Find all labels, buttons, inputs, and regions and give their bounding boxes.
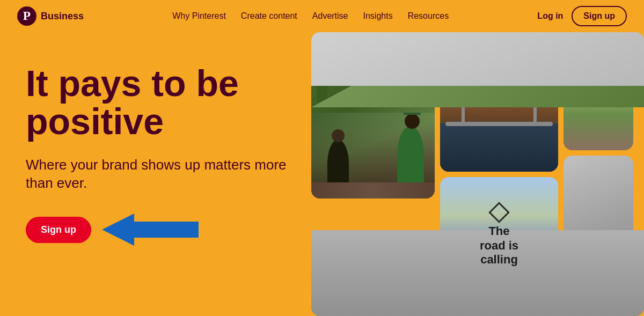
hero-title: It pays to be positive (26, 64, 294, 141)
pinterest-logo-icon: P (17, 6, 36, 26)
signup-header-button[interactable]: Sign up (572, 6, 627, 26)
site-header: P Business Why Pinterest Create content … (0, 0, 644, 32)
nav-create-content[interactable]: Create content (241, 11, 297, 21)
svg-marker-3 (102, 214, 199, 246)
logo-text: Business (41, 11, 84, 22)
auth-area: Log in Sign up (537, 6, 627, 26)
nav-resources[interactable]: Resources (408, 11, 449, 21)
gray-partial-card (564, 156, 633, 295)
grid-column-3 (564, 32, 633, 316)
main-nav: Why Pinterest Create content Advertise I… (172, 11, 449, 21)
svg-text:P: P (23, 9, 31, 23)
nav-why-pinterest[interactable]: Why Pinterest (172, 11, 226, 21)
hero-subtitle: Where your brand shows up matters more t… (26, 156, 294, 193)
road-calling-title: Theroad iscalling (480, 224, 518, 267)
main-content: It pays to be positive Where your brand … (0, 32, 644, 316)
logo-area[interactable]: P Business (17, 6, 84, 26)
login-button[interactable]: Log in (537, 11, 563, 21)
nav-insights[interactable]: Insights (363, 11, 393, 21)
hero-section: It pays to be positive Where your brand … (26, 54, 294, 246)
image-grid: 0:19 Theroad iscalling (311, 32, 644, 316)
signup-area: Sign up (26, 214, 294, 246)
nav-advertise[interactable]: Advertise (312, 11, 348, 21)
signup-main-button[interactable]: Sign up (26, 217, 91, 243)
arrow-icon (102, 214, 199, 246)
